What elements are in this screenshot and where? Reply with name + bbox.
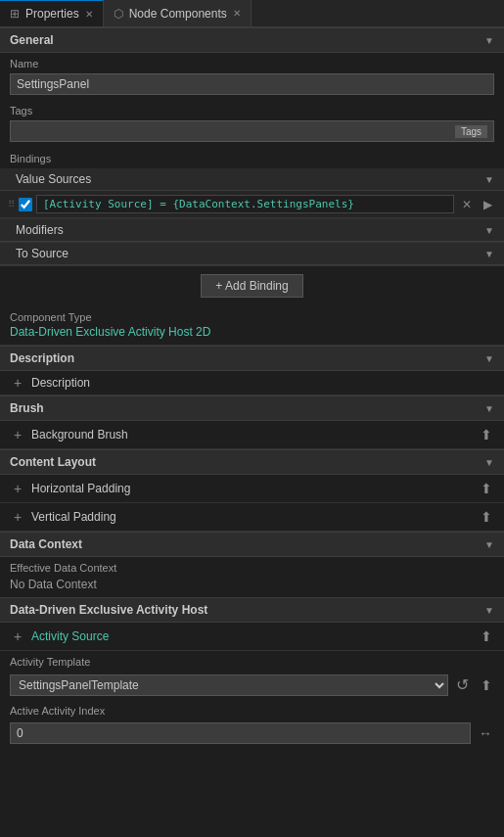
background-brush-plus-btn[interactable]: + xyxy=(10,427,25,442)
binding-checkbox[interactable] xyxy=(19,198,32,211)
modifiers-block: Modifiers ▼ xyxy=(0,219,504,243)
background-brush-label: Background Brush xyxy=(31,428,471,442)
horizontal-padding-label: Horizontal Padding xyxy=(31,482,471,495)
vertical-padding-label: Vertical Padding xyxy=(31,510,471,524)
vertical-padding-plus-btn[interactable]: + xyxy=(10,509,25,525)
general-title: General xyxy=(10,33,54,47)
activity-template-label: Activity Template xyxy=(0,651,504,670)
vertical-padding-upload-btn[interactable]: ⬆ xyxy=(477,507,496,527)
to-source-header[interactable]: To Source ▼ xyxy=(0,243,504,265)
add-binding-row: + Add Binding xyxy=(0,266,504,305)
bindings-label: Bindings xyxy=(0,147,504,168)
active-index-row: ↔ xyxy=(0,719,504,748)
tab-properties-label: Properties xyxy=(25,7,79,21)
tags-label: Tags xyxy=(0,100,504,118)
horizontal-padding-row: + Horizontal Padding ⬆ xyxy=(0,475,504,503)
description-title: Description xyxy=(10,351,74,365)
name-input[interactable] xyxy=(10,73,494,95)
brush-section-header[interactable]: Brush ▼ xyxy=(0,395,504,421)
tab-node-components[interactable]: ⬡ Node Components ✕ xyxy=(104,0,252,26)
data-context-title: Data Context xyxy=(10,537,82,551)
description-chevron: ▼ xyxy=(484,353,494,364)
tab-node-components-label: Node Components xyxy=(129,7,227,21)
content-layout-title: Content Layout xyxy=(10,455,96,469)
binding-edit-btn[interactable]: ▶ xyxy=(480,196,496,213)
component-type-section: Component Type Data-Driven Exclusive Act… xyxy=(0,305,504,346)
binding-delete-btn[interactable]: ✕ xyxy=(458,196,476,213)
activity-source-row: + Activity Source ⬆ xyxy=(0,623,504,651)
properties-icon: ⊞ xyxy=(10,7,20,21)
activity-source-upload-btn[interactable]: ⬆ xyxy=(477,627,496,646)
component-type-value: Data-Driven Exclusive Activity Host 2D xyxy=(10,325,494,339)
brush-chevron: ▼ xyxy=(484,403,494,414)
vertical-padding-row: + Vertical Padding ⬆ xyxy=(0,503,504,532)
horizontal-padding-plus-btn[interactable]: + xyxy=(10,481,25,496)
brush-title: Brush xyxy=(10,401,44,415)
add-binding-button[interactable]: + Add Binding xyxy=(201,274,302,298)
modifiers-chevron: ▼ xyxy=(484,225,494,236)
description-property-name: Description xyxy=(31,376,496,390)
general-content: Name Tags Tags Bindings Value Sources ▼ … xyxy=(0,53,504,305)
activity-template-select[interactable]: SettingsPanelTemplate xyxy=(10,674,448,696)
activity-template-upload-btn[interactable]: ⬆ xyxy=(477,675,496,695)
to-source-chevron: ▼ xyxy=(484,249,494,259)
activity-source-label: Activity Source xyxy=(31,629,471,643)
data-driven-section-header[interactable]: Data-Driven Exclusive Activity Host ▼ xyxy=(0,597,504,623)
modifiers-header[interactable]: Modifiers ▼ xyxy=(0,219,504,242)
data-context-section-header[interactable]: Data Context ▼ xyxy=(0,532,504,557)
drag-handle-icon[interactable]: ⠿ xyxy=(8,199,15,209)
active-index-label: Active Activity Index xyxy=(0,700,504,719)
content-layout-chevron: ▼ xyxy=(484,457,494,468)
node-components-icon: ⬡ xyxy=(114,7,123,21)
active-index-stepper-btn[interactable]: ↔ xyxy=(475,723,496,743)
tab-bar: ⊞ Properties ✕ ⬡ Node Components ✕ xyxy=(0,0,504,27)
activity-template-reset-btn[interactable]: ↺ xyxy=(452,674,473,696)
description-plus-btn[interactable]: + xyxy=(10,375,25,391)
data-driven-chevron: ▼ xyxy=(484,605,494,616)
value-sources-chevron: ▼ xyxy=(484,174,494,185)
modifiers-title: Modifiers xyxy=(16,223,64,237)
horizontal-padding-upload-btn[interactable]: ⬆ xyxy=(477,479,496,498)
binding-row: ⠿ [Activity Source] = {DataContext.Setti… xyxy=(0,191,504,218)
to-source-block: To Source ▼ xyxy=(0,243,504,266)
description-row: + Description xyxy=(0,371,504,395)
general-section-header[interactable]: General ▼ xyxy=(0,27,504,53)
description-section-header[interactable]: Description ▼ xyxy=(0,346,504,371)
name-field-row xyxy=(0,71,504,100)
value-sources-header[interactable]: Value Sources ▼ xyxy=(0,168,504,191)
tags-button[interactable]: Tags xyxy=(455,125,487,138)
component-type-label: Component Type xyxy=(10,311,494,323)
value-sources-block: Value Sources ▼ ⠿ [Activity Source] = {D… xyxy=(0,168,504,219)
general-chevron: ▼ xyxy=(484,35,494,46)
name-label: Name xyxy=(0,53,504,71)
active-index-input[interactable] xyxy=(10,722,471,744)
effective-data-context-label: Effective Data Context xyxy=(0,557,504,576)
tab-properties-close[interactable]: ✕ xyxy=(85,9,93,20)
tab-properties[interactable]: ⊞ Properties ✕ xyxy=(0,0,104,26)
activity-template-dropdown-row: SettingsPanelTemplate ↺ ⬆ xyxy=(0,670,504,700)
content-layout-section-header[interactable]: Content Layout ▼ xyxy=(0,449,504,475)
binding-expression: [Activity Source] = {DataContext.Setting… xyxy=(36,195,454,213)
to-source-title: To Source xyxy=(16,247,69,260)
value-sources-title: Value Sources xyxy=(16,172,91,186)
brush-row: + Background Brush ⬆ xyxy=(0,421,504,449)
tab-node-components-close[interactable]: ✕ xyxy=(233,8,241,19)
tags-row: Tags xyxy=(10,120,494,142)
activity-source-plus-btn[interactable]: + xyxy=(10,628,25,644)
background-brush-upload-btn[interactable]: ⬆ xyxy=(477,425,496,444)
no-data-context-value: No Data Context xyxy=(0,576,504,597)
data-driven-title: Data-Driven Exclusive Activity Host xyxy=(10,603,207,617)
data-context-chevron: ▼ xyxy=(484,539,494,550)
